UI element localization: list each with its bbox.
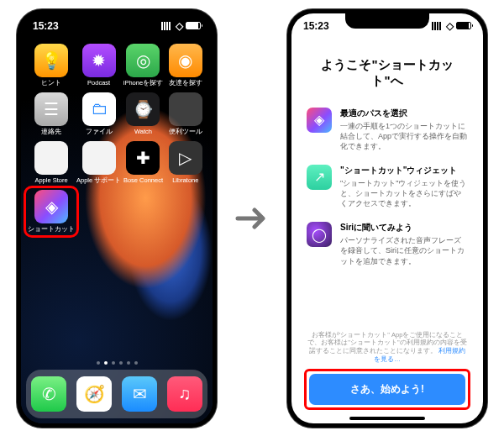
shortcuts-icon: ◈ bbox=[307, 108, 332, 133]
phone-home-screen: 15:23 ◇ 💡ヒント ✹Podcast ◎iPhoneを探す ◉友達を探す … bbox=[17, 9, 217, 428]
feature-desc: パーソナライズされた音声フレーズを録音して、Siriに任意のショートカットを追加… bbox=[340, 235, 468, 265]
app-label: 便利ツール bbox=[169, 128, 202, 136]
feature-title: Siriに聞いてみよう bbox=[340, 222, 468, 234]
status-bar: 15:23 ◇ bbox=[21, 13, 213, 39]
tips-icon: 💡 bbox=[34, 44, 68, 77]
app-label: Bose Connect bbox=[123, 176, 163, 184]
app-podcast[interactable]: ✹Podcast bbox=[76, 44, 121, 87]
bose-icon: ✚ bbox=[126, 141, 160, 175]
status-indicators: ◇ bbox=[432, 20, 471, 32]
highlight-start-button: さあ、始めよう! bbox=[304, 369, 470, 410]
signal-icon bbox=[432, 22, 444, 30]
app-find-iphone[interactable]: ◎iPhoneを探す bbox=[123, 44, 163, 87]
utilities-folder-icon bbox=[169, 92, 202, 126]
podcast-icon: ✹ bbox=[82, 44, 116, 77]
app-contacts[interactable]: ☰連絡先 bbox=[28, 92, 75, 136]
contacts-icon: ☰ bbox=[34, 92, 68, 126]
apple-store-icon bbox=[34, 141, 68, 175]
status-bar: 15:23 ◇ bbox=[291, 13, 483, 39]
app-shortcuts[interactable]: ◈ ショートカット bbox=[28, 190, 75, 234]
app-watch[interactable]: ⌚Watch bbox=[123, 92, 163, 136]
arrow-right-icon bbox=[232, 201, 272, 236]
wifi-icon: ◇ bbox=[176, 20, 183, 32]
shortcuts-icon: ◈ bbox=[34, 190, 68, 223]
app-label: ファイル bbox=[86, 128, 113, 136]
watch-icon: ⌚ bbox=[126, 92, 160, 126]
app-apple-store[interactable]: Apple Store bbox=[28, 141, 75, 185]
app-tips[interactable]: 💡ヒント bbox=[28, 44, 75, 87]
legal-text: お客様が"ショートカット" Appをご使用になることで、お客様は"ショートカット… bbox=[307, 331, 468, 364]
app-label: Podcast bbox=[87, 79, 110, 87]
files-icon: 🗀 bbox=[82, 92, 116, 126]
feature-shortest-path: ◈ 最適のパスを選択 一連の手順を1つのショートカットに結合して、Appで実行す… bbox=[307, 108, 468, 151]
signal-icon bbox=[161, 22, 173, 30]
feature-desc: 一連の手順を1つのショートカットに結合して、Appで実行する操作を自動化できます… bbox=[340, 121, 468, 151]
app-label: ショートカット bbox=[28, 225, 75, 234]
siri-icon: ◯ bbox=[307, 222, 332, 247]
app-label: ヒント bbox=[41, 79, 61, 87]
app-grid: 💡ヒント ✹Podcast ◎iPhoneを探す ◉友達を探す ☰連絡先 🗀ファ… bbox=[21, 39, 213, 234]
dock-mail[interactable]: ✉ bbox=[122, 376, 157, 412]
status-time: 15:23 bbox=[303, 20, 329, 32]
dock-phone[interactable]: ✆ bbox=[31, 376, 66, 412]
app-find-friends[interactable]: ◉友達を探す bbox=[165, 44, 206, 87]
app-label: Libratone bbox=[172, 176, 198, 184]
app-files[interactable]: 🗀ファイル bbox=[76, 92, 121, 136]
app-label: Apple サポート bbox=[76, 176, 121, 185]
feature-title: 最適のパスを選択 bbox=[340, 108, 468, 119]
dock: ✆ 🧭 ✉ ♫ bbox=[26, 370, 207, 418]
feature-siri: ◯ Siriに聞いてみよう パーソナライズされた音声フレーズを録音して、Siri… bbox=[307, 222, 468, 265]
apple-support-icon bbox=[82, 141, 116, 175]
highlight-shortcuts-app: ◈ ショートカット bbox=[24, 186, 79, 238]
app-apple-support[interactable]: Apple サポート bbox=[76, 141, 121, 185]
start-button[interactable]: さあ、始めよう! bbox=[309, 374, 465, 405]
feature-title: "ショートカット"ウィジェット bbox=[340, 165, 468, 176]
phone-welcome-screen: 15:23 ◇ ようこそ"ショートカット"へ ◈ 最適のパスを選択 一連の手順を… bbox=[287, 9, 487, 428]
dock-safari[interactable]: 🧭 bbox=[76, 376, 112, 412]
app-label: 連絡先 bbox=[41, 128, 61, 136]
find-iphone-icon: ◎ bbox=[126, 44, 160, 77]
welcome-title: ようこそ"ショートカット"へ bbox=[307, 57, 468, 89]
app-label: Apple Store bbox=[34, 176, 67, 184]
libratone-icon: ▷ bbox=[169, 141, 202, 175]
app-label: Watch bbox=[134, 128, 152, 135]
feature-desc: "ショートカット"ウィジェットを使うと、ショートカットをさらにすばやくアクセスで… bbox=[340, 178, 468, 208]
dock-music[interactable]: ♫ bbox=[167, 376, 202, 412]
app-label: 友達を探す bbox=[169, 79, 202, 87]
wifi-icon: ◇ bbox=[446, 20, 454, 32]
app-libratone[interactable]: ▷Libratone bbox=[165, 141, 206, 185]
status-time: 15:23 bbox=[33, 20, 59, 32]
app-label: iPhoneを探す bbox=[123, 79, 163, 87]
home-indicator[interactable] bbox=[349, 417, 425, 420]
widget-icon: ↗ bbox=[307, 165, 332, 190]
find-friends-icon: ◉ bbox=[169, 44, 202, 77]
status-indicators: ◇ bbox=[161, 20, 201, 32]
app-bose-connect[interactable]: ✚Bose Connect bbox=[123, 141, 163, 185]
battery-icon bbox=[456, 22, 471, 29]
feature-widget: ↗ "ショートカット"ウィジェット "ショートカット"ウィジェットを使うと、ショ… bbox=[307, 165, 468, 208]
app-utilities-folder[interactable]: 便利ツール bbox=[165, 92, 206, 136]
page-dots[interactable] bbox=[21, 361, 213, 365]
battery-icon bbox=[186, 22, 201, 29]
